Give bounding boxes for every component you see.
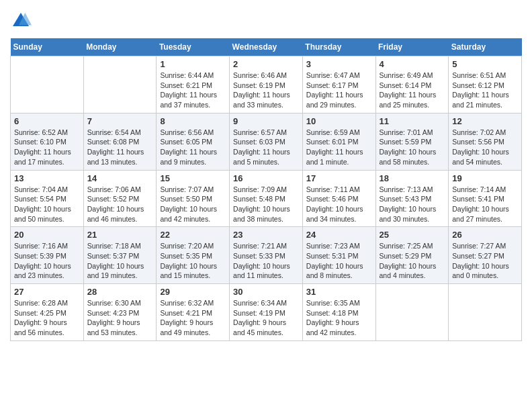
calendar-cell: 28Sunrise: 6:30 AM Sunset: 4:23 PM Dayli… — [83, 284, 157, 341]
day-info: Sunrise: 6:49 AM Sunset: 6:14 PM Dayligh… — [380, 71, 445, 110]
calendar-cell: 17Sunrise: 7:11 AM Sunset: 5:46 PM Dayli… — [302, 170, 375, 227]
calendar-cell: 10Sunrise: 6:59 AM Sunset: 6:01 PM Dayli… — [302, 113, 375, 170]
day-number: 12 — [452, 116, 518, 126]
calendar-header: SundayMondayTuesdayWednesdayThursdayFrid… — [11, 38, 522, 56]
day-number: 23 — [233, 230, 299, 240]
calendar-cell: 1Sunrise: 6:44 AM Sunset: 6:21 PM Daylig… — [157, 56, 230, 113]
calendar-week-row: 6Sunrise: 6:52 AM Sunset: 6:10 PM Daylig… — [11, 113, 522, 170]
calendar-cell: 21Sunrise: 7:18 AM Sunset: 5:37 PM Dayli… — [83, 227, 157, 284]
calendar-week-row: 13Sunrise: 7:04 AM Sunset: 5:54 PM Dayli… — [11, 170, 522, 227]
day-number: 19 — [452, 173, 518, 183]
calendar-cell: 2Sunrise: 6:46 AM Sunset: 6:19 PM Daylig… — [230, 56, 303, 113]
calendar-cell: 31Sunrise: 6:35 AM Sunset: 4:18 PM Dayli… — [302, 284, 375, 341]
day-info: Sunrise: 7:21 AM Sunset: 5:33 PM Dayligh… — [233, 241, 299, 281]
calendar-cell: 23Sunrise: 7:21 AM Sunset: 5:33 PM Dayli… — [230, 227, 303, 284]
weekday-header: Monday — [83, 38, 157, 56]
calendar-body: 1Sunrise: 6:44 AM Sunset: 6:21 PM Daylig… — [11, 56, 522, 341]
day-info: Sunrise: 6:44 AM Sunset: 6:21 PM Dayligh… — [160, 71, 226, 110]
weekday-header: Tuesday — [157, 38, 230, 56]
calendar-cell: 22Sunrise: 7:20 AM Sunset: 5:35 PM Dayli… — [157, 227, 230, 284]
day-info: Sunrise: 6:32 AM Sunset: 4:21 PM Dayligh… — [160, 298, 226, 338]
calendar-cell: 13Sunrise: 7:04 AM Sunset: 5:54 PM Dayli… — [11, 170, 84, 227]
day-number: 15 — [160, 173, 226, 183]
calendar-cell — [83, 56, 157, 113]
day-info: Sunrise: 7:25 AM Sunset: 5:29 PM Dayligh… — [380, 241, 445, 281]
calendar-cell: 5Sunrise: 6:51 AM Sunset: 6:12 PM Daylig… — [449, 56, 522, 113]
calendar-cell: 27Sunrise: 6:28 AM Sunset: 4:25 PM Dayli… — [11, 284, 84, 341]
calendar-cell: 14Sunrise: 7:06 AM Sunset: 5:52 PM Dayli… — [83, 170, 157, 227]
day-info: Sunrise: 7:07 AM Sunset: 5:50 PM Dayligh… — [160, 185, 226, 224]
logo — [10, 10, 36, 32]
day-info: Sunrise: 6:52 AM Sunset: 6:10 PM Dayligh… — [14, 128, 80, 167]
day-info: Sunrise: 6:34 AM Sunset: 4:19 PM Dayligh… — [233, 298, 299, 338]
page-header — [10, 10, 522, 32]
calendar-cell: 19Sunrise: 7:14 AM Sunset: 5:41 PM Dayli… — [449, 170, 522, 227]
day-info: Sunrise: 6:59 AM Sunset: 6:01 PM Dayligh… — [306, 128, 372, 167]
day-number: 28 — [87, 287, 153, 297]
logo-icon — [10, 10, 32, 32]
day-number: 14 — [87, 173, 153, 183]
calendar-cell: 9Sunrise: 6:57 AM Sunset: 6:03 PM Daylig… — [230, 113, 303, 170]
day-info: Sunrise: 6:30 AM Sunset: 4:23 PM Dayligh… — [87, 298, 153, 338]
day-number: 27 — [14, 287, 80, 297]
day-number: 20 — [14, 230, 80, 240]
day-number: 2 — [233, 59, 299, 69]
calendar-cell: 25Sunrise: 7:25 AM Sunset: 5:29 PM Dayli… — [375, 227, 449, 284]
day-info: Sunrise: 7:02 AM Sunset: 5:56 PM Dayligh… — [452, 128, 518, 167]
day-number: 1 — [160, 59, 226, 69]
calendar-cell: 18Sunrise: 7:13 AM Sunset: 5:43 PM Dayli… — [375, 170, 449, 227]
calendar-week-row: 20Sunrise: 7:16 AM Sunset: 5:39 PM Dayli… — [11, 227, 522, 284]
day-number: 13 — [14, 173, 80, 183]
calendar-cell: 30Sunrise: 6:34 AM Sunset: 4:19 PM Dayli… — [230, 284, 303, 341]
day-info: Sunrise: 7:06 AM Sunset: 5:52 PM Dayligh… — [87, 185, 153, 224]
day-info: Sunrise: 7:14 AM Sunset: 5:41 PM Dayligh… — [452, 185, 518, 224]
day-number: 4 — [380, 59, 445, 69]
calendar-week-row: 27Sunrise: 6:28 AM Sunset: 4:25 PM Dayli… — [11, 284, 522, 341]
day-info: Sunrise: 6:56 AM Sunset: 6:05 PM Dayligh… — [160, 128, 226, 167]
weekday-header: Wednesday — [230, 38, 303, 56]
day-info: Sunrise: 7:13 AM Sunset: 5:43 PM Dayligh… — [380, 185, 445, 224]
calendar-week-row: 1Sunrise: 6:44 AM Sunset: 6:21 PM Daylig… — [11, 56, 522, 113]
day-number: 31 — [306, 287, 372, 297]
calendar-cell — [449, 284, 522, 341]
day-info: Sunrise: 7:20 AM Sunset: 5:35 PM Dayligh… — [160, 241, 226, 281]
day-number: 3 — [306, 59, 372, 69]
day-number: 7 — [87, 116, 153, 126]
day-number: 18 — [380, 173, 445, 183]
day-number: 16 — [233, 173, 299, 183]
day-number: 24 — [306, 230, 372, 240]
calendar-cell — [11, 56, 84, 113]
calendar-cell: 7Sunrise: 6:54 AM Sunset: 6:08 PM Daylig… — [83, 113, 157, 170]
day-number: 9 — [233, 116, 299, 126]
day-info: Sunrise: 7:23 AM Sunset: 5:31 PM Dayligh… — [306, 241, 372, 281]
day-info: Sunrise: 7:04 AM Sunset: 5:54 PM Dayligh… — [14, 185, 80, 224]
calendar-cell — [375, 284, 449, 341]
day-info: Sunrise: 7:18 AM Sunset: 5:37 PM Dayligh… — [87, 241, 153, 281]
day-info: Sunrise: 7:27 AM Sunset: 5:27 PM Dayligh… — [452, 241, 518, 281]
day-info: Sunrise: 6:47 AM Sunset: 6:17 PM Dayligh… — [306, 71, 372, 110]
calendar-cell: 12Sunrise: 7:02 AM Sunset: 5:56 PM Dayli… — [449, 113, 522, 170]
calendar-cell: 20Sunrise: 7:16 AM Sunset: 5:39 PM Dayli… — [11, 227, 84, 284]
day-info: Sunrise: 7:09 AM Sunset: 5:48 PM Dayligh… — [233, 185, 299, 224]
day-number: 5 — [452, 59, 518, 69]
calendar-cell: 24Sunrise: 7:23 AM Sunset: 5:31 PM Dayli… — [302, 227, 375, 284]
day-number: 26 — [452, 230, 518, 240]
day-info: Sunrise: 6:46 AM Sunset: 6:19 PM Dayligh… — [233, 71, 299, 110]
day-info: Sunrise: 6:54 AM Sunset: 6:08 PM Dayligh… — [87, 128, 153, 167]
calendar-cell: 15Sunrise: 7:07 AM Sunset: 5:50 PM Dayli… — [157, 170, 230, 227]
day-info: Sunrise: 7:16 AM Sunset: 5:39 PM Dayligh… — [14, 241, 80, 281]
day-number: 22 — [160, 230, 226, 240]
day-number: 21 — [87, 230, 153, 240]
weekday-header: Saturday — [449, 38, 522, 56]
calendar-cell: 26Sunrise: 7:27 AM Sunset: 5:27 PM Dayli… — [449, 227, 522, 284]
day-info: Sunrise: 6:57 AM Sunset: 6:03 PM Dayligh… — [233, 128, 299, 167]
day-number: 30 — [233, 287, 299, 297]
calendar-cell: 29Sunrise: 6:32 AM Sunset: 4:21 PM Dayli… — [157, 284, 230, 341]
day-info: Sunrise: 7:11 AM Sunset: 5:46 PM Dayligh… — [306, 185, 372, 224]
day-info: Sunrise: 7:01 AM Sunset: 5:59 PM Dayligh… — [380, 128, 445, 167]
day-number: 10 — [306, 116, 372, 126]
day-number: 17 — [306, 173, 372, 183]
day-info: Sunrise: 6:28 AM Sunset: 4:25 PM Dayligh… — [14, 298, 80, 338]
day-number: 25 — [380, 230, 445, 240]
day-info: Sunrise: 6:35 AM Sunset: 4:18 PM Dayligh… — [306, 298, 372, 338]
